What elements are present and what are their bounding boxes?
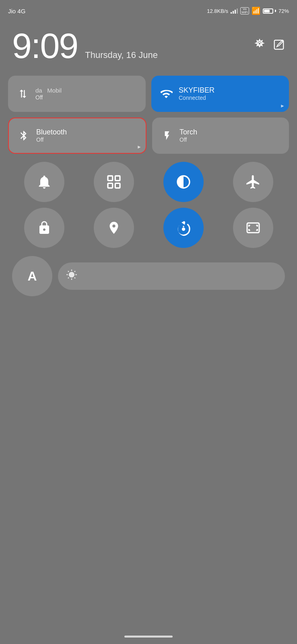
torch-title: Torch <box>179 128 197 137</box>
clock-date: Thursday, 16 June <box>85 50 158 60</box>
torch-tile[interactable]: Torch Off <box>152 118 289 154</box>
wifi-tile[interactable]: SKYFIBER Connected ► <box>151 76 289 112</box>
airplane-button[interactable] <box>233 162 273 202</box>
fullscreen-button[interactable] <box>233 208 273 248</box>
svg-rect-7 <box>247 223 259 233</box>
bluetooth-subtitle: Off <box>36 136 67 143</box>
svg-point-0 <box>258 42 261 45</box>
network-speed: 12.8KB/s <box>207 8 228 14</box>
clock-time: 9:09 <box>12 28 78 64</box>
location-button[interactable] <box>94 208 134 248</box>
edit-icon[interactable] <box>273 39 285 54</box>
home-indicator[interactable] <box>124 636 173 638</box>
wifi-tile-icon <box>159 87 173 100</box>
bluetooth-tile[interactable]: Bluetooth Off ► <box>8 118 146 154</box>
wifi-status-icon: 📶 <box>252 6 260 15</box>
bluetooth-expand-arrow: ► <box>137 144 142 150</box>
svg-rect-5 <box>115 183 120 188</box>
torch-icon <box>160 130 174 141</box>
battery-icon <box>263 8 276 14</box>
rotation-lock-button[interactable] <box>163 208 204 248</box>
quick-toggles-grid: da Mobil Off SKYFIBER Connected ► <box>0 76 297 154</box>
round-row-1 <box>8 162 289 202</box>
font-icon: A <box>27 269 37 284</box>
battery-percentage: 72% <box>278 8 289 14</box>
mobile-data-tile[interactable]: da Mobil Off <box>8 76 146 112</box>
bluetooth-text: Bluetooth Off <box>36 128 67 143</box>
wifi-tile-text: SKYFIBER Connected <box>179 86 214 101</box>
bluetooth-title: Bluetooth <box>36 128 67 137</box>
torch-text: Torch Off <box>179 128 197 143</box>
brightness-slider[interactable] <box>58 262 285 290</box>
svg-rect-3 <box>115 176 120 181</box>
torch-subtitle: Off <box>179 136 197 143</box>
toggle-row-1: da Mobil Off SKYFIBER Connected ► <box>8 76 289 112</box>
brightness-icon <box>66 269 77 283</box>
status-bar: Jio 4G 12.8KB/s Vo WiFi 📶 72% <box>0 0 297 20</box>
vo-wifi-icon: Vo WiFi <box>240 7 249 14</box>
mobile-data-title: da Mobil <box>35 87 62 94</box>
svg-rect-1 <box>274 40 284 49</box>
screenshot-button[interactable] <box>94 162 134 202</box>
lock-button[interactable] <box>24 208 64 248</box>
round-buttons-section: A <box>0 154 297 296</box>
contrast-button[interactable] <box>163 162 204 202</box>
signal-bars-icon <box>231 8 238 14</box>
bluetooth-icon <box>17 130 31 141</box>
wifi-tile-subtitle: Connected <box>179 95 214 101</box>
mobile-data-icon <box>16 88 30 99</box>
time-action-icons[interactable] <box>254 39 285 54</box>
wifi-tile-title: SKYFIBER <box>179 86 214 95</box>
brightness-row: A <box>8 256 289 296</box>
status-right-group: 12.8KB/s Vo WiFi 📶 72% <box>207 6 289 15</box>
mobile-data-subtitle: Off <box>35 94 62 101</box>
carrier-label: Jio 4G <box>8 8 25 14</box>
svg-rect-4 <box>108 183 113 188</box>
time-section: 9:09 Thursday, 16 June <box>0 20 297 76</box>
bell-button[interactable] <box>24 162 64 202</box>
mobile-data-text: da Mobil Off <box>35 87 62 101</box>
time-date-group: 9:09 Thursday, 16 June <box>12 28 158 64</box>
svg-point-6 <box>182 227 185 231</box>
wifi-expand-arrow: ► <box>280 103 285 109</box>
settings-icon[interactable] <box>254 39 266 54</box>
font-button[interactable]: A <box>12 256 52 296</box>
round-row-2 <box>8 208 289 248</box>
toggle-row-2: Bluetooth Off ► Torch Off <box>8 118 289 154</box>
svg-rect-2 <box>108 176 113 181</box>
